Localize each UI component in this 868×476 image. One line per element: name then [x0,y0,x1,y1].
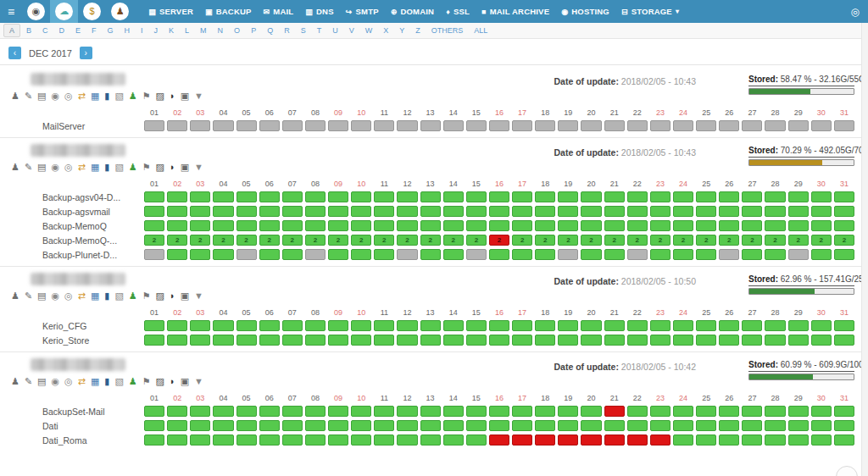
user-icon[interactable]: ♟ [11,163,19,172]
backup-cell[interactable] [535,320,555,331]
dart-icon[interactable]: ◗ [170,291,175,301]
backup-cell[interactable] [650,434,670,446]
backup-cell[interactable] [144,434,164,446]
backup-cell[interactable] [489,206,509,217]
edit-icon[interactable]: ✎ [25,291,32,301]
filter-w[interactable]: W [360,25,378,36]
backup-cell[interactable] [650,220,670,231]
backup-cell[interactable]: 2 [305,235,326,246]
backup-cell[interactable] [788,120,809,131]
backup-cell[interactable] [581,249,601,260]
backup-cell[interactable] [811,335,832,346]
backup-cell[interactable] [144,249,164,260]
nav-item-mail[interactable]: ✉MAIL [264,7,294,16]
backup-cell[interactable] [512,220,532,231]
user-green-icon[interactable]: ♟ [129,291,137,301]
backup-cell[interactable] [696,249,716,260]
dropdown-icon[interactable]: ▼ [194,163,203,172]
backup-cell[interactable] [489,249,509,260]
backup-cell[interactable] [190,406,210,417]
backup-cell[interactable] [328,206,348,217]
filter-r[interactable]: R [279,25,295,36]
backup-cell[interactable] [420,406,441,417]
filter-c[interactable]: C [37,25,53,36]
stats-icon[interactable]: ▨ [156,163,164,172]
filter-all[interactable]: ALL [469,25,492,36]
backup-cell[interactable] [282,206,303,217]
app-billing[interactable]: $ [78,0,106,23]
backup-cell[interactable]: 2 [282,235,303,246]
filter-l[interactable]: L [180,25,194,36]
backup-cell[interactable] [512,120,532,131]
list-icon[interactable]: ▤ [37,91,46,101]
backup-cell[interactable] [696,206,716,217]
disc-icon[interactable]: ◉ [52,163,60,172]
backup-cell[interactable] [673,120,693,131]
backup-cell[interactable] [673,206,693,217]
backup-cell[interactable] [558,120,578,131]
nav-item-smtp[interactable]: ↪SMTP [346,7,379,16]
filter-a[interactable]: A [3,24,20,37]
backup-cell[interactable] [374,335,394,346]
backup-cell[interactable] [512,191,532,202]
backup-cell[interactable]: 2 [374,235,394,246]
backup-cell[interactable] [742,206,762,217]
backup-cell[interactable] [374,420,394,431]
backup-cell[interactable] [627,191,648,202]
backup-cell[interactable]: 2 [167,235,187,246]
backup-cell[interactable] [627,434,648,446]
nav-item-storage[interactable]: ⊟STORAGE▾ [621,7,679,16]
flag-icon[interactable]: ⚑ [142,291,151,301]
backup-cell[interactable] [742,335,762,346]
filter-h[interactable]: H [120,25,136,36]
backup-cell[interactable] [650,191,670,202]
backup-cell[interactable] [443,120,464,131]
backup-cell[interactable] [351,335,371,346]
list-icon[interactable]: ▤ [37,377,46,386]
backup-cell[interactable] [213,420,233,431]
backup-cell[interactable] [650,320,670,331]
backup-cell[interactable] [811,420,832,431]
backup-cell[interactable]: 2 [742,235,762,246]
backup-cell[interactable] [811,120,832,131]
chart-icon[interactable]: ▧ [114,291,123,301]
filter-k[interactable]: K [164,25,179,36]
backup-cell[interactable] [190,320,210,331]
backup-cell[interactable] [374,206,394,217]
backup-cell[interactable] [144,206,164,217]
backup-cell[interactable] [328,191,348,202]
backup-cell[interactable] [489,434,509,446]
backup-cell[interactable] [604,434,625,446]
backup-cell[interactable] [834,120,854,131]
backup-cell[interactable] [535,249,555,260]
backup-cell[interactable] [535,220,555,231]
file-icon[interactable]: ▮ [104,91,109,101]
backup-cell[interactable] [466,320,487,331]
filter-b[interactable]: B [21,25,36,36]
backup-cell[interactable] [397,406,417,417]
filter-z[interactable]: Z [410,25,426,36]
backup-cell[interactable] [282,434,303,446]
backup-cell[interactable] [834,191,854,202]
backup-cell[interactable]: 2 [420,235,441,246]
backup-cell[interactable] [374,120,394,131]
filter-others[interactable]: OTHERS [426,25,469,36]
backup-cell[interactable] [374,191,394,202]
backup-cell[interactable] [351,249,371,260]
backup-cell[interactable]: 2 [696,235,716,246]
dropdown-icon[interactable]: ▼ [194,91,203,101]
backup-cell[interactable] [604,206,625,217]
backup-cell[interactable] [788,434,809,446]
scroll-top-button[interactable] [836,466,858,476]
backup-cell[interactable] [604,249,625,260]
backup-cell[interactable] [351,420,371,431]
backup-cell[interactable] [604,220,625,231]
backup-cell[interactable] [535,120,555,131]
backup-cell[interactable]: 2 [190,235,210,246]
backup-cell[interactable] [650,206,670,217]
backup-cell[interactable] [443,420,464,431]
filter-y[interactable]: Y [394,25,409,36]
backup-cell[interactable] [282,335,303,346]
edit-icon[interactable]: ✎ [25,377,32,386]
backup-cell[interactable] [673,434,693,446]
